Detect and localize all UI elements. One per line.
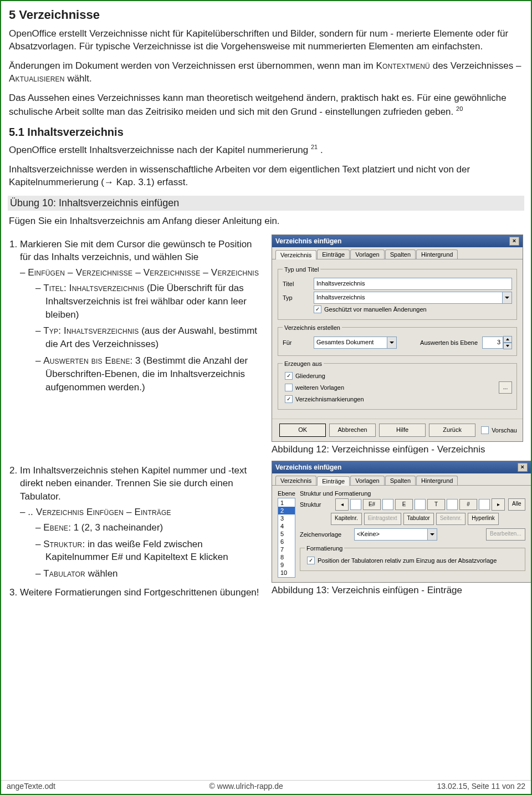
checkbox-label: Vorschau [492,427,517,434]
hyperlink-button[interactable]: Hyperlink [468,513,499,525]
help-button[interactable]: Hilfe [379,424,426,437]
list-item[interactable]: 10 [278,569,295,577]
chevron-down-icon[interactable] [427,528,437,541]
struct-nav-left-icon[interactable]: ◂ [335,498,349,511]
struct-gap[interactable] [447,499,458,510]
combo-fuer[interactable]: Gesamtes Dokument [314,337,397,349]
subsubstep: Titel: Inhaltsverzeichnis (Die Überschri… [45,282,264,321]
checkbox-marks[interactable]: ✓ Verzeichnismarkierungen [285,395,512,403]
tab-verzeichnis[interactable]: Verzeichnis [275,476,316,485]
list-item[interactable]: 6 [278,538,295,546]
tabulator-button[interactable]: Tabulator [403,513,434,525]
tab-hintergrund[interactable]: Hintergrund [416,249,458,259]
list-item[interactable]: 3 [278,514,295,522]
subsubstep: Struktur: in das weiße Feld zwischen Kap… [45,538,264,564]
checkbox-preview[interactable]: Vorschau [481,426,517,434]
combo-typ-value: Inhaltsverzeichnis [314,292,502,304]
list-item[interactable]: 4 [278,522,295,530]
tab-spalten[interactable]: Spalten [385,249,416,259]
text: Markieren Sie mit dem Cursor die gewünsc… [20,239,252,263]
checkbox-outline[interactable]: ✓ Gliederung [285,372,512,380]
level-listbox[interactable]: 1 2 3 4 5 6 7 8 9 10 [278,498,295,578]
checkbox-tabpos[interactable]: ✓ Position der Tabulatoren relativ zum E… [307,557,520,564]
struct-nav-right-icon[interactable]: ▸ [492,498,505,511]
struct-token-chapter[interactable]: E# [363,499,381,510]
step-1: Markieren Sie mit dem Cursor die gewünsc… [20,238,264,394]
chevron-down-icon[interactable] [387,337,397,349]
checkbox-templates[interactable]: weiteren Vorlagen ... [285,381,512,394]
templates-browse-button[interactable]: ... [499,381,512,394]
check-icon: ✓ [285,372,293,380]
struct-token-entry[interactable]: E [395,499,413,510]
chevron-down-icon[interactable] [503,343,512,349]
spinner-value[interactable]: 3 [482,337,503,349]
chevron-down-icon[interactable] [502,292,512,304]
paragraph: OpenOffice erstellt Verzeichnisse nicht … [9,28,523,53]
struct-gap[interactable] [479,499,490,510]
paragraph: Inhaltsverzeichnisse werden in wissensch… [9,164,523,189]
list-item[interactable]: 8 [278,553,295,561]
struct-token-page[interactable]: # [459,499,477,510]
heading-5: 5 Verzeichnisse [9,8,523,22]
list-item[interactable]: 7 [278,546,295,553]
footer-filename: angeTexte.odt [7,782,55,791]
close-icon[interactable]: × [518,463,528,472]
dialog-titlebar: Verzeichnis einfügen × [272,461,531,473]
input-titel[interactable]: Inhaltsverzeichnis [314,278,512,290]
chapter-button[interactable]: Kapitelnr. [331,513,362,525]
label-struktur: Struktur [300,501,331,508]
paragraph: Das Aussehen eines Verzeichnisses kann m… [9,92,523,119]
ok-button[interactable]: OK [279,424,326,437]
subsubstep: Ebene: 1 (2, 3 nacheinander) [45,521,264,534]
checkbox-label: Verzeichnismarkierungen [295,396,364,402]
list-item[interactable]: 9 [278,561,295,569]
tab-vorlagen[interactable]: Vorlagen [350,476,384,485]
footer-pageinfo: 13.02.15, Seite 11 von 22 [437,782,525,791]
cancel-button[interactable]: Abbrechen [329,424,376,437]
struct-token-tab[interactable]: T [427,499,445,510]
group-create-from: Erzeugen aus ✓ Gliederung weiteren Vorla… [278,360,517,410]
list-item[interactable]: 1 [278,499,295,507]
list-item[interactable]: 5 [278,530,295,538]
pagenumber-button[interactable]: Seitennr. [436,513,466,525]
subsubstep: Tabulator wählen [45,567,264,580]
heading-5-1: 5.1 Inhaltsverzeichnis [9,126,523,139]
combo-typ[interactable]: Inhaltsverzeichnis [314,292,512,304]
step-2: Im Inhaltsverzeichnis stehen Kapitel num… [20,464,264,580]
spinner-level[interactable]: 3 [482,336,512,349]
all-button[interactable]: Alle [508,498,525,511]
tab-hintergrund[interactable]: Hintergrund [416,476,458,485]
tab-spalten[interactable]: Spalten [385,476,416,485]
edit-button[interactable]: Bearbeiten... [486,528,525,541]
checkbox-protected[interactable]: ✓ Geschützt vor manuellen Änderungen [314,305,512,313]
struct-gap[interactable] [382,499,393,510]
substep: Einfügen – Verzeichnisse – Verzeichnisse… [30,266,264,394]
combo-charstyle[interactable]: <Keine> [354,528,437,541]
group-legend: Typ und Titel [283,266,320,273]
struct-gap[interactable] [415,499,426,510]
dialog-titlebar: Verzeichnis einfügen × [272,235,523,247]
close-icon[interactable]: × [509,237,519,246]
text: des Verzeichnisses – [433,60,521,71]
list-item[interactable]: 2 [278,507,295,514]
tab-eintraege[interactable]: Einträge [317,249,350,259]
entrytext-button[interactable]: Eintragstext [364,513,401,525]
footer-copyright: © www.ulrich-rapp.de [209,782,283,791]
text: wählt. [67,73,91,84]
menu-path: Einfügen – Verzeichnisse – Verzeichnisse… [28,267,259,278]
chevron-up-icon[interactable] [503,336,512,343]
menu-path: .. Verzeichnis Einfügen – Einträge [28,507,171,517]
struct-gap[interactable] [350,499,361,510]
label-charstyle: Zeichenvorlage [300,531,350,538]
checkbox-label: Geschützt vor manuellen Änderungen [324,306,427,313]
smallcaps-text: Aktualisieren [9,73,65,84]
footnote-ref: 20 [456,105,463,112]
label-level: Auswerten bis Ebene [420,339,478,346]
tab-verzeichnis[interactable]: Verzeichnis [275,250,316,259]
check-icon: ✓ [314,305,321,313]
dialog-title-text: Verzeichnis einfügen [275,237,341,245]
back-button[interactable]: Zurück [429,424,475,437]
tab-eintraege[interactable]: Einträge [317,476,350,486]
dialog-insert-index: Verzeichnis einfügen × Verzeichnis Eintr… [272,235,523,442]
tab-vorlagen[interactable]: Vorlagen [350,249,384,259]
